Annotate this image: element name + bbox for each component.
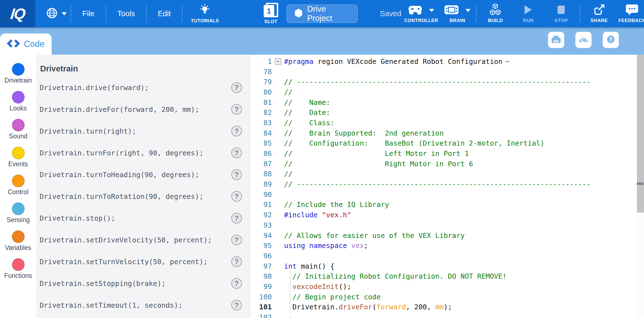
command-item[interactable]: Drivetrain.setTurnVelocity(50, percent);… — [40, 251, 242, 273]
command-text[interactable]: Drivetrain.turnFor(right, 90, degrees); — [40, 149, 231, 157]
code-editor[interactable]: 1+#pragma region VEXcode Generated Robot… — [250, 55, 644, 318]
code-line[interactable]: 95using namespace vex; — [250, 240, 644, 251]
feedback-button[interactable]: FEEDBACK — [616, 4, 644, 23]
code-line[interactable]: 90 — [250, 189, 644, 200]
command-item[interactable]: Drivetrain.setStopping(brake);? — [40, 273, 242, 294]
code-line[interactable]: 91// Include the IQ Library — [250, 200, 644, 210]
code-line[interactable]: 81// Name: — [250, 97, 644, 108]
command-help-button[interactable]: ? — [231, 235, 242, 245]
category-sensing[interactable]: Sensing — [0, 203, 36, 230]
command-item[interactable]: Drivetrain.drive(forward);? — [40, 77, 242, 98]
command-item[interactable]: Drivetrain.driveFor(forward, 200, mm);? — [40, 98, 242, 120]
command-item[interactable]: Drivetrain.setDriveVelocity(50, percent)… — [40, 229, 242, 251]
category-color-dot[interactable] — [12, 230, 25, 243]
code-line[interactable]: 88// — [250, 169, 644, 179]
code-line[interactable]: 101 Drivetrain.driveFor(forward, 200, mm… — [250, 302, 644, 312]
code-line[interactable]: 96 — [250, 251, 644, 261]
code-line[interactable]: 84// Brain Supported: 2nd generation — [250, 128, 644, 138]
command-help-button[interactable]: ? — [231, 191, 242, 202]
command-item[interactable]: Drivetrain.turn(right);? — [40, 120, 242, 142]
stop-button[interactable]: STOP — [545, 4, 578, 23]
code-line[interactable]: 97int main() { — [250, 261, 644, 271]
category-functions[interactable]: Functions — [0, 258, 36, 286]
command-help-button[interactable]: ? — [231, 300, 242, 310]
command-help-button[interactable]: ? — [231, 82, 242, 93]
command-help-button[interactable]: ? — [231, 169, 242, 180]
slot-button[interactable]: 1 SLOT — [264, 3, 278, 25]
command-text[interactable]: Drivetrain.setTimeout(1, seconds); — [40, 301, 231, 309]
run-button[interactable]: RUN — [512, 4, 545, 23]
menu-file[interactable]: File — [73, 9, 104, 18]
category-color-dot[interactable] — [12, 63, 25, 76]
help-button[interactable]: ? — [603, 32, 619, 48]
code-line[interactable]: 1+#pragma region VEXcode Generated Robot… — [250, 56, 644, 67]
code-line[interactable]: 86// Left Motor in Port 1 — [250, 148, 644, 159]
category-color-dot[interactable] — [12, 203, 25, 215]
code-line[interactable]: 78 — [250, 67, 644, 77]
build-button[interactable]: BUILD — [479, 4, 512, 23]
brain-button[interactable]: BRAIN — [441, 4, 474, 23]
code-line[interactable]: 80// — [250, 87, 644, 97]
code-line[interactable]: 92#include "vex.h" — [250, 210, 644, 220]
command-text[interactable]: Drivetrain.drive(forward); — [40, 84, 231, 92]
code-line[interactable]: 102 — [250, 312, 644, 318]
category-color-dot[interactable] — [12, 258, 25, 271]
fold-ellipsis[interactable]: ⋯ — [505, 57, 510, 66]
command-help-button[interactable]: ? — [231, 213, 242, 223]
code-text: #include "vex.h" — [284, 211, 644, 219]
menu-edit[interactable]: Edit — [149, 9, 180, 18]
code-line[interactable]: 99 vexcodeInit(); — [250, 281, 644, 292]
share-button[interactable]: SHARE — [583, 4, 616, 23]
command-item[interactable]: Drivetrain.setTimeout(1, seconds);? — [40, 294, 242, 316]
category-variables[interactable]: Variables — [0, 230, 36, 258]
code-line[interactable]: 100 // Begin project code — [250, 292, 644, 302]
language-menu-button[interactable] — [44, 7, 68, 20]
command-item[interactable]: Drivetrain.turnFor(right, 90, degrees);? — [40, 142, 242, 164]
command-text[interactable]: Drivetrain.stop(); — [40, 214, 231, 222]
category-color-dot[interactable] — [12, 147, 25, 159]
device-info-button[interactable] — [548, 32, 564, 48]
project-name-button[interactable]: Drive Project — [287, 4, 358, 23]
command-item[interactable]: Drivetrain.turnToHeading(90, degrees);? — [40, 164, 242, 186]
code-line[interactable]: 85// Configuration: BaseBot (Drivetrain … — [250, 138, 644, 149]
category-events[interactable]: Events — [0, 147, 36, 175]
editor-scrollbar[interactable] — [637, 55, 644, 318]
command-text[interactable]: Drivetrain.turn(right); — [40, 127, 231, 135]
command-text[interactable]: Drivetrain.setStopping(brake); — [40, 280, 231, 288]
command-text[interactable]: Drivetrain.turnToHeading(90, degrees); — [40, 171, 231, 179]
command-text[interactable]: Drivetrain.turnToRotation(90, degrees); — [40, 192, 231, 201]
command-help-button[interactable]: ? — [231, 148, 242, 158]
controller-icon — [408, 4, 422, 16]
tab-code[interactable]: Code — [0, 33, 52, 55]
command-text[interactable]: Drivetrain.driveFor(forward, 200, mm); — [40, 105, 231, 114]
category-drivetrain[interactable]: Drivetrain — [0, 63, 36, 91]
monitor-dashboard-button[interactable] — [575, 32, 592, 48]
code-line[interactable]: 83// Class: — [250, 118, 644, 128]
category-color-dot[interactable] — [12, 175, 25, 187]
category-control[interactable]: Control — [0, 175, 36, 203]
category-sound[interactable]: Sound — [0, 119, 36, 147]
code-line[interactable]: 93 — [250, 220, 644, 230]
code-line[interactable]: 82// Date: — [250, 107, 644, 118]
controller-button[interactable]: CONTROLLER — [401, 4, 441, 23]
fold-toggle-icon[interactable]: + — [275, 58, 281, 65]
code-line[interactable]: 94// Allows for easier use of the VEX Li… — [250, 230, 644, 241]
code-line[interactable]: 89// -----------------------------------… — [250, 179, 644, 189]
command-help-button[interactable]: ? — [231, 104, 242, 115]
command-item[interactable]: Drivetrain.turnToRotation(90, degrees);? — [40, 186, 242, 207]
command-help-button[interactable]: ? — [231, 278, 242, 289]
category-color-dot[interactable] — [12, 119, 25, 131]
command-help-button[interactable]: ? — [231, 126, 242, 136]
category-color-dot[interactable] — [12, 91, 25, 103]
menu-tools[interactable]: Tools — [109, 9, 144, 18]
code-line[interactable]: 98 // Initializing Robot Configuration. … — [250, 271, 644, 281]
command-text[interactable]: Drivetrain.setTurnVelocity(50, percent); — [40, 258, 231, 266]
code-line[interactable]: 87// Right Motor in Port 6 — [250, 159, 644, 169]
code-line[interactable]: 79// -----------------------------------… — [250, 77, 644, 87]
category-looks[interactable]: Looks — [0, 91, 36, 119]
command-text[interactable]: Drivetrain.setDriveVelocity(50, percent)… — [40, 236, 231, 244]
command-item[interactable]: Drivetrain.stop();? — [40, 207, 242, 229]
tutorials-button[interactable]: TUTORIALS — [191, 4, 219, 24]
scrollbar-thumb[interactable] — [637, 55, 644, 213]
command-help-button[interactable]: ? — [231, 256, 242, 267]
